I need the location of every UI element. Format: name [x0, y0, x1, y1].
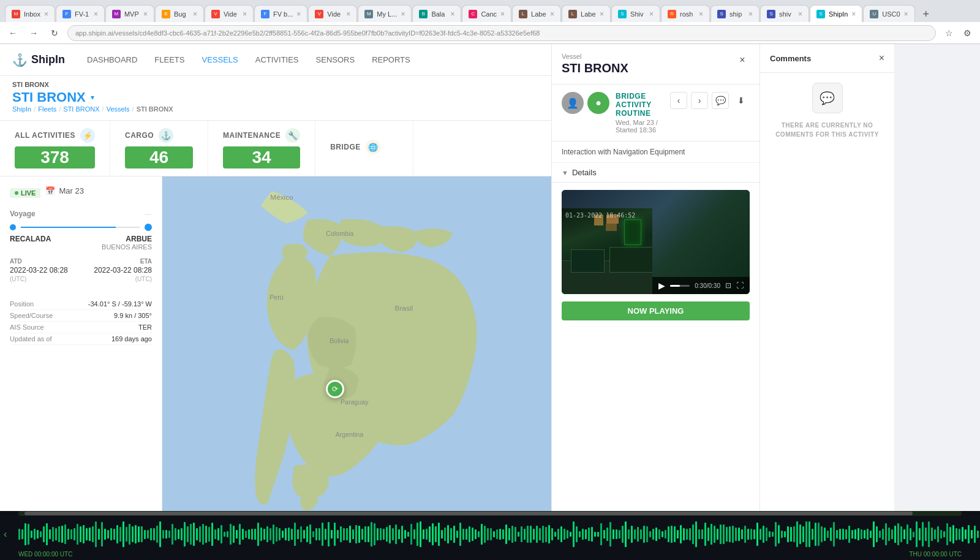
tab-labe2[interactable]: LLabe× [562, 5, 611, 22]
interaction-text: Interaction with Navigation Equipment [562, 148, 685, 156]
activity-date: Wed, Mar 23 / Started 18:36 [616, 119, 664, 134]
tab-ship1[interactable]: Sship× [710, 5, 760, 22]
timeline-bar [334, 523, 336, 546]
timeline-bar [303, 530, 305, 539]
timeline-bar [533, 529, 535, 539]
tab-maintenance[interactable]: MAINTENANCE 🔧 34 [208, 121, 315, 176]
timeline-right-button[interactable]: › [973, 529, 976, 540]
nav-sensors[interactable]: SENSORS [309, 51, 363, 68]
timeline-bar [833, 522, 835, 547]
pip-button[interactable]: ⊡ [725, 281, 731, 290]
map-area[interactable]: México Colombia Brasil Perú Bolivia Para… [162, 176, 551, 560]
tab-all-activities[interactable]: ALL ACTIVITIES ⚡ 378 [0, 121, 110, 176]
ais-label: AIS Source [10, 324, 44, 331]
vessel-dropdown-icon[interactable]: ▾ [91, 93, 94, 102]
tab-fv1[interactable]: FFV-1× [56, 5, 105, 22]
timeline-scrollbar-thumb[interactable] [24, 512, 913, 515]
svg-text:Perú: Perú [270, 293, 284, 301]
timeline-bar [885, 523, 887, 545]
tab-inbox[interactable]: MInbox× [5, 5, 55, 22]
timeline-bar [818, 523, 820, 546]
breadcrumb-stibronx[interactable]: STI BRONX [63, 105, 99, 113]
timeline-bar [64, 524, 66, 544]
timeline-bar [67, 529, 69, 540]
tab-canc[interactable]: CCanc× [462, 5, 511, 22]
nav-fleets[interactable]: FLEETS [147, 51, 192, 68]
timeline-bar [882, 529, 884, 540]
timeline-bar [606, 528, 608, 542]
tab-fvb[interactable]: FFV b...× [254, 5, 307, 22]
details-toggle[interactable]: ▼ Details [552, 163, 760, 183]
timeline-bar [181, 528, 183, 540]
prev-activity-button[interactable]: ‹ [670, 92, 687, 109]
tab-bug[interactable]: BBug× [155, 5, 204, 22]
bridge-icon: 🌐 [366, 140, 380, 154]
tab-vide1[interactable]: VVide× [205, 5, 254, 22]
timeline-bar [609, 522, 611, 546]
back-button[interactable]: ← [5, 25, 21, 41]
timeline-bar [159, 521, 161, 548]
timeline-scrollbar[interactable] [18, 511, 962, 516]
breadcrumb-vessels[interactable]: Vessels [107, 105, 130, 113]
timeline-bar [190, 524, 192, 545]
timeline-bar [692, 524, 694, 544]
new-tab-button[interactable]: + [918, 6, 934, 22]
vessel-name[interactable]: STI BRONX [12, 89, 86, 105]
tab-shiv2[interactable]: Sshiv× [760, 5, 809, 22]
breadcrumb-fleets[interactable]: Fleets [38, 105, 56, 113]
timeline-bar [230, 524, 232, 544]
tab-vide2[interactable]: VVide× [308, 5, 357, 22]
timeline-bar [922, 522, 924, 547]
chevron-icon: ▼ [562, 169, 568, 176]
tab-myl[interactable]: MMy L...× [358, 5, 412, 22]
atd-date: 2022-03-22 08:28 [10, 266, 68, 274]
timeline-left-button[interactable]: ‹ [4, 529, 7, 540]
nav-vessels[interactable]: VESSELS [194, 51, 245, 68]
route-end-dot [145, 224, 152, 231]
tab-bala[interactable]: BBala× [412, 5, 461, 22]
timeline-bar [959, 529, 960, 540]
bookmark-button[interactable]: ☆ [941, 25, 957, 41]
timeline-bar [456, 531, 458, 537]
nav-activities[interactable]: ACTIVITIES [248, 51, 306, 68]
tab-shiv1[interactable]: SShiv× [611, 5, 660, 22]
breadcrumb-shipin[interactable]: ShipIn [12, 105, 31, 113]
video-progress[interactable] [670, 285, 690, 287]
tab-cargo[interactable]: CARGO ⚓ 46 [110, 121, 208, 176]
tab-usco[interactable]: UUSC0× [863, 5, 914, 22]
timeline-bar [438, 523, 440, 546]
nav-dashboard[interactable]: DASHBOARD [80, 51, 145, 68]
address-bar[interactable]: app.shipin.ai/vessels/cd4e8df3-cbc6-4635… [67, 25, 936, 41]
comments-icon: 💬 [812, 83, 843, 113]
tab-labe1[interactable]: LLabe× [512, 5, 561, 22]
voyage-menu-icon[interactable]: ··· [145, 209, 152, 219]
comments-close-button[interactable]: × [879, 53, 884, 64]
comment-button[interactable]: 💬 [712, 92, 729, 109]
download-button[interactable]: ⬇ [733, 92, 750, 109]
tab-bridge[interactable]: BRIDGE 🌐 [315, 121, 413, 176]
reload-button[interactable]: ↻ [47, 25, 62, 41]
forward-button[interactable]: → [26, 25, 42, 41]
fullscreen-button[interactable]: ⛶ [736, 281, 744, 290]
nav-reports[interactable]: REPORTS [364, 51, 418, 68]
now-playing-button[interactable]: NOW PLAYING [562, 301, 750, 320]
no-comments-text: THERE ARE CURRENTLY NO COMMENTS FOR THIS… [770, 121, 884, 139]
timeline-bar [52, 527, 54, 542]
timeline-bar [622, 526, 624, 543]
timeline-bar [361, 529, 363, 540]
close-button[interactable]: × [735, 53, 750, 67]
tab-shipin[interactable]: SShipIn× [810, 5, 862, 22]
vessel-marker[interactable]: ⟳ [326, 380, 344, 398]
next-activity-button[interactable]: › [691, 92, 708, 109]
tab-mvp[interactable]: MMVP× [105, 5, 154, 22]
tab-rosh[interactable]: Rrosh× [661, 5, 710, 22]
timeline-bar [251, 529, 253, 540]
voyage-section: Voyage ··· RECALADA [10, 209, 152, 290]
timeline-bar [493, 531, 495, 538]
play-button[interactable]: ▶ [658, 281, 665, 290]
timeline-bar [113, 529, 115, 540]
timeline-bar [579, 531, 581, 537]
extensions-button[interactable]: ⚙ [959, 25, 975, 41]
updated-label: Updated as of [10, 335, 52, 342]
svg-text:Colombia: Colombia [326, 230, 353, 237]
